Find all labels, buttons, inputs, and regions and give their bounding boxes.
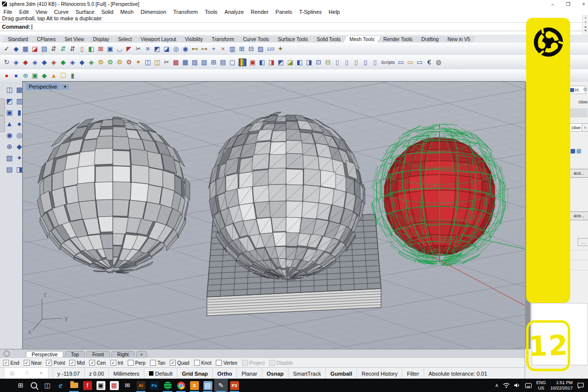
toolbar-tab-display[interactable]: Display: [87, 36, 115, 43]
restore-button[interactable]: ❐: [566, 1, 570, 7]
laptop-1-icon[interactable]: ▭: [396, 57, 406, 67]
osnap-checkbox-vertex[interactable]: [216, 360, 222, 366]
status-toggle-osnap[interactable]: Osnap: [262, 368, 289, 379]
mesh-spray-icon[interactable]: ✦: [276, 44, 285, 53]
mesh-uv-sphere-icon[interactable]: ◉: [4, 129, 14, 141]
cube-1-icon[interactable]: ◩: [276, 57, 286, 67]
search-icon[interactable]: [27, 379, 41, 392]
mesh-extract-icon[interactable]: ◪: [30, 44, 40, 53]
osnap-item-quad[interactable]: ✓Quad: [170, 360, 189, 366]
checker-icon[interactable]: ▩: [171, 57, 181, 67]
viewport-tab-right[interactable]: Right: [111, 351, 135, 358]
wifi-icon[interactable]: [503, 383, 510, 388]
mini-maximize-icon[interactable]: □: [26, 371, 28, 376]
mesh-lines-icon[interactable]: ≡: [143, 44, 152, 53]
mesh-plug-2-icon[interactable]: ⊶: [199, 44, 209, 53]
cut-icon[interactable]: ✂: [162, 57, 171, 67]
cube-slash-icon[interactable]: ◨: [267, 57, 276, 67]
mesh-plug-1-icon[interactable]: ⊷: [190, 44, 199, 53]
mesh-rounded-box-icon[interactable]: ▣: [4, 106, 14, 118]
scripts-label[interactable]: Scripts: [380, 57, 396, 67]
menu-solid[interactable]: Solid: [98, 9, 117, 15]
orient-9-icon[interactable]: ◈: [87, 57, 96, 67]
facebook-icon[interactable]: f: [81, 379, 94, 392]
mesh-box-red-icon[interactable]: ⊠: [96, 44, 105, 53]
cube-4-icon[interactable]: ◨: [304, 57, 314, 67]
panel-active-dropdown[interactable]: ctive ∨: [568, 123, 588, 132]
toolbar-tab-new-in-v5[interactable]: New in V5: [441, 36, 476, 43]
mesh-brush-icon[interactable]: ◧: [87, 44, 96, 53]
keyboard-icon[interactable]: [525, 383, 532, 388]
viewport-title-label[interactable]: Perspective: [26, 83, 60, 90]
cube-3-icon[interactable]: ◧: [295, 57, 304, 67]
osnap-checkbox-int[interactable]: ✓: [110, 360, 116, 366]
status-toggle-gumball[interactable]: Gumball: [326, 368, 357, 379]
osnap-checkbox-near[interactable]: ✓: [24, 360, 30, 366]
osnap-checkbox-perp[interactable]: [128, 360, 134, 366]
clock[interactable]: 1:51 PM10/22/2017: [550, 380, 573, 391]
mesh-torus-icon[interactable]: ◎: [171, 44, 181, 53]
mesh-book-icon[interactable]: ▥: [228, 44, 237, 53]
mesh-x-icon[interactable]: ×: [218, 44, 228, 53]
menu-mesh[interactable]: Mesh: [117, 9, 137, 15]
status-toggle-filter[interactable]: Filter: [402, 368, 424, 379]
osnap-item-end[interactable]: ✓End: [3, 360, 19, 366]
mesh-flag-icon[interactable]: ◤: [124, 44, 134, 53]
toolbar-tab-solid-tools[interactable]: Solid Tools: [311, 36, 346, 43]
mesh-torus-tool-icon[interactable]: ⊕: [4, 141, 14, 152]
grid-3-icon[interactable]: ▧: [199, 57, 209, 67]
floating-mini-window[interactable]: ◱ □ ×: [4, 367, 49, 379]
osnap-checkbox-tan[interactable]: [150, 360, 156, 366]
viewport-tab-top[interactable]: Top: [65, 351, 85, 358]
laptop-2-icon[interactable]: ▭: [406, 57, 415, 67]
mesh-grid-plus-icon[interactable]: ⊞: [237, 44, 246, 53]
bin-2-icon[interactable]: ▯: [342, 57, 351, 67]
dice-1-icon[interactable]: ⊡: [314, 57, 323, 67]
render-red-sphere-icon[interactable]: ●: [2, 71, 11, 80]
panel-gear-icon[interactable]: ⚙: [583, 87, 588, 92]
menu-panels[interactable]: Panels: [272, 9, 296, 15]
viewport-title[interactable]: Perspective ▼: [26, 83, 69, 90]
spinner-down-icon[interactable]: ▼: [584, 29, 588, 33]
viewport-tab-add[interactable]: +: [136, 351, 147, 358]
gear-2-icon[interactable]: ⚙: [115, 57, 124, 67]
gear-1-icon[interactable]: ⚙: [96, 57, 105, 67]
toolbar-tab-standard[interactable]: Standard: [2, 36, 34, 43]
viewport-title-dropdown-icon[interactable]: ▼: [61, 84, 69, 90]
panel-bit-icon-1[interactable]: [571, 149, 575, 153]
menu-surface[interactable]: Surface: [72, 9, 98, 15]
grid-frame-icon[interactable]: ▢: [228, 57, 237, 67]
status-toggle-record-history[interactable]: Record History: [357, 368, 402, 379]
status-toggle-smarttrack[interactable]: SmartTrack: [289, 368, 326, 379]
check-icon[interactable]: ✓: [2, 44, 11, 53]
osnap-item-disable[interactable]: Disable: [269, 360, 293, 366]
osnap-item-knot[interactable]: Knot: [194, 360, 212, 366]
mesh-plane-icon[interactable]: ◫: [4, 84, 14, 95]
mesh-pointer-icon[interactable]: ◆: [11, 44, 21, 53]
palette-icon[interactable]: ▣: [248, 57, 257, 67]
mesh-slab-icon[interactable]: ◩: [4, 95, 14, 106]
render-capsule-icon[interactable]: ▮: [68, 71, 77, 80]
status-toggle-planar[interactable]: Planar: [237, 368, 262, 379]
toolbar-tab-transform[interactable]: Transform: [206, 36, 240, 43]
notification-icon[interactable]: [577, 383, 584, 389]
render-boxed-sphere-icon[interactable]: ▣: [30, 71, 40, 80]
edge-icon[interactable]: e: [54, 379, 67, 392]
status-layer-cell[interactable]: Default: [145, 368, 178, 379]
mesh-bin-icon[interactable]: ▯: [77, 44, 87, 53]
mesh-cup-icon[interactable]: ◡: [115, 44, 124, 53]
panel-button-1[interactable]: ace...: [570, 169, 588, 178]
mesh-doc-icon[interactable]: ▨: [256, 44, 265, 53]
osnap-item-project[interactable]: Project: [242, 360, 265, 366]
chrome-icon[interactable]: [174, 379, 188, 392]
mesh-count-icon[interactable]: 123: [265, 44, 276, 53]
language-indicator[interactable]: ENGUS: [536, 380, 546, 391]
cube-2-icon[interactable]: ◪: [286, 57, 295, 67]
osnap-item-perp[interactable]: Perp: [128, 360, 146, 366]
menu-edit[interactable]: Edit: [16, 9, 32, 15]
menu-tools[interactable]: Tools: [201, 9, 221, 15]
gear-red-icon[interactable]: ⚙: [124, 57, 134, 67]
spotify-icon[interactable]: [161, 379, 174, 392]
mini-close-icon[interactable]: ×: [40, 371, 42, 376]
menu-view[interactable]: View: [32, 9, 51, 15]
